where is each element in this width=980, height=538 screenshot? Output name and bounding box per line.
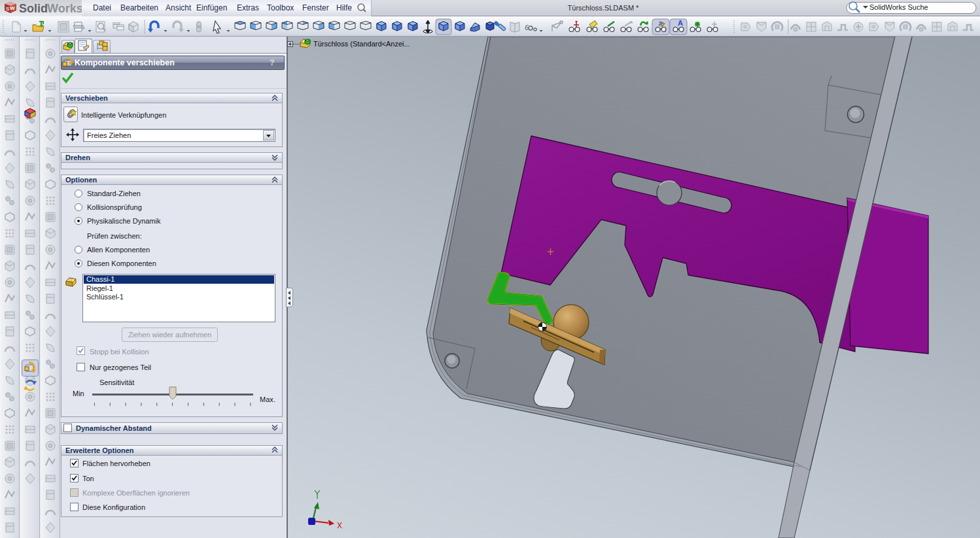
svg-text:A: A <box>678 19 683 27</box>
svg-text:Solid: Solid <box>19 2 48 15</box>
svg-text:Works: Works <box>47 2 82 15</box>
svg-text:SolidWorks Suche: SolidWorks Suche <box>869 3 928 11</box>
svg-text:W: W <box>10 5 15 11</box>
